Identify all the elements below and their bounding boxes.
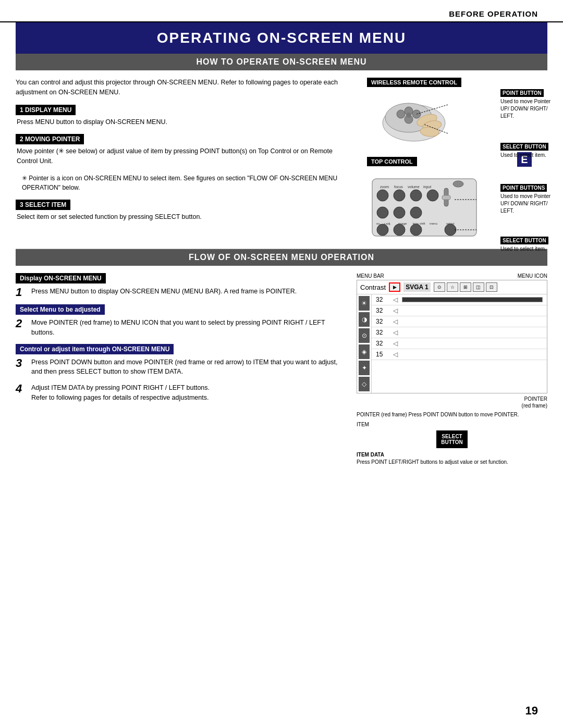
flow-control-text: Press POINT DOWN button and move POINTER…: [31, 357, 340, 377]
menu-item-row-6: 15 ◁: [372, 349, 547, 360]
menu-item-row-1: 32 ◁: [372, 294, 547, 305]
svg-text:volume: volume: [408, 185, 420, 189]
diagram-annotations: POINTER (red frame): [357, 396, 547, 409]
menu-icon-4: ◫: [473, 282, 484, 292]
red-frame-pointer-icon: ▶: [389, 282, 400, 292]
top-control-illustration: zoom focus volume input ou r.adj. i: [367, 168, 497, 241]
svg-point-35: [445, 224, 456, 236]
select-button-desc: Used to select item.: [500, 152, 553, 159]
how-to-right-col: E WIRELESS REMOTE CONTROL: [360, 70, 547, 249]
svg-point-23: [377, 207, 388, 218]
svga-label: SVGA 1: [403, 282, 431, 292]
page-number: 19: [525, 704, 538, 718]
how-to-left-col: You can control and adjust this projecto…: [16, 70, 360, 249]
section2-header: FLOW OF ON-SCREEN MENU OPERATION: [16, 249, 547, 266]
svg-point-33: [394, 224, 405, 236]
wireless-remote-label: WIRELESS REMOTE CONTROL: [367, 78, 461, 87]
step-number-2: 2: [16, 318, 27, 329]
svg-point-32: [377, 224, 388, 236]
value-3: 32: [376, 318, 389, 325]
svg-text:ou: ou: [376, 222, 380, 225]
icon-color: ⊙: [359, 328, 370, 343]
flow-display-step: Display ON-SCREEN MENU 1 Press MENU butt…: [16, 273, 340, 298]
flow-control-header: Control or adjust item through ON-SCREEN…: [16, 344, 174, 354]
flow-select-text: Move POINTER (red frame) to MENU ICON th…: [31, 318, 340, 338]
flow-right-col: MENU BAR MENU ICON Contrast ▶ SVGA 1 ⊙ ☆…: [349, 266, 547, 473]
menu-diagram-wrapper: MENU BAR MENU ICON Contrast ▶ SVGA 1 ⊙ ☆…: [357, 273, 547, 466]
select-item-step: 3 SELECT ITEM Select item or set selecte…: [16, 200, 350, 222]
top-select-button-label: SELECT BUTTON: [500, 237, 548, 244]
pointer-label: POINTER: [357, 396, 547, 402]
top-control-label: TOP CONTROL: [367, 157, 417, 166]
svg-text:zoom: zoom: [380, 185, 389, 189]
pointer-note: ✳ Pointer is a icon on ON-SCREEN MENU to…: [16, 174, 350, 192]
menu-icon-3: ⊞: [460, 282, 471, 292]
flow-select-header: Select Menu to be adjusted: [16, 304, 105, 315]
menu-item-row-3: 32 ◁: [372, 316, 547, 327]
bar-1: [402, 297, 543, 302]
remote-illustration: [367, 89, 466, 152]
contrast-label: Contrast: [360, 283, 386, 291]
svg-point-34: [410, 224, 422, 236]
menu-item-row-4: 32 ◁: [372, 327, 547, 338]
pointer-desc: (red frame): [357, 402, 547, 409]
arrow-3: ◁: [393, 318, 398, 325]
icon-sharpness: ✦: [359, 361, 370, 375]
moving-pointer-step: 2 MOVING POINTER Move pointer (✳ see bel…: [16, 134, 350, 166]
arrow-2: ◁: [393, 307, 398, 314]
svg-point-36: [453, 181, 463, 187]
before-operation-header: BEFORE OPERATION: [0, 0, 563, 22]
on-screen-menu-diagram: Contrast ▶ SVGA 1 ⊙ ☆ ⊞ ◫ ⊡: [357, 280, 547, 393]
arrow-1: ◁: [393, 296, 398, 303]
pointer-label-group: POINTER (red frame): [357, 396, 547, 409]
menu-values-col: 32 ◁ 32 ◁ 32 ◁ 32: [372, 294, 547, 393]
svg-point-17: [377, 190, 388, 201]
select-button-label: SELECT BUTTON: [500, 143, 548, 151]
select-button-box: SELECT BUTTON: [436, 430, 468, 448]
icon-gamma: ◇: [359, 377, 370, 391]
menu-bar-label-row: MENU BAR MENU ICON: [357, 273, 547, 279]
step-number-3: 3: [16, 357, 27, 369]
select-item-text: Select item or set selected function by …: [16, 212, 350, 222]
top-select-button-desc: Used to select item.: [500, 245, 553, 253]
menu-item-row-5: 32 ◁: [372, 338, 547, 349]
flow-display-header: Display ON-SCREEN MENU: [16, 273, 106, 283]
menu-icon-5: ⊡: [486, 282, 497, 292]
arrow-4: ◁: [393, 329, 398, 336]
flow-display-text: Press MENU button to display ON-SCREEN M…: [31, 287, 297, 297]
menu-bar-label: MENU BAR: [357, 273, 384, 279]
menu-bar-row: Contrast ▶ SVGA 1 ⊙ ☆ ⊞ ◫ ⊡: [357, 280, 547, 294]
menu-icons-area: ⊙ ☆ ⊞ ◫ ⊡: [434, 282, 497, 292]
point-button-desc: Used to move Pointer UP/ DOWN/ RIGHT/ LE…: [500, 98, 553, 120]
step-number-1: 1: [16, 287, 27, 298]
flow-control-step: Control or adjust item through ON-SCREEN…: [16, 344, 340, 377]
pointer-note: POINTER (red frame) Press POINT DOWN but…: [357, 411, 547, 418]
svg-text:menu: menu: [430, 222, 437, 225]
point-button-label: POINT BUTTON: [500, 89, 544, 97]
point-buttons-desc: Used to move Pointer UP/ DOWN/ RIGHT/ LE…: [500, 193, 553, 215]
svg-text:focus: focus: [394, 185, 403, 189]
svg-text:input: input: [423, 185, 431, 189]
flow-select-step: Select Menu to be adjusted 2 Move POINTE…: [16, 304, 340, 338]
arrow-6: ◁: [393, 351, 398, 358]
value-4: 32: [376, 329, 389, 336]
section1-header: HOW TO OPERATE ON-SCREEN MENU: [16, 54, 547, 70]
item-label: ITEM: [357, 422, 547, 427]
arrow-5: ◁: [393, 340, 398, 347]
flow-adjust-text: Adjust ITEM DATA by pressing POINT RIGHT…: [31, 383, 210, 403]
menu-icon-1: ⊙: [434, 282, 445, 292]
svg-point-2: [397, 110, 405, 118]
svg-point-20: [427, 190, 438, 201]
moving-pointer-text: Move pointer (✳ see below) or adjust val…: [16, 146, 350, 166]
menu-icon-label: MENU ICON: [518, 273, 547, 279]
display-menu-text: Press MENU button to display ON-SCREEN M…: [16, 117, 350, 127]
menu-body: ☀ ◑ ⊙ ◈ ✦ ◇ 32 ◁: [357, 294, 547, 393]
select-button-line1: SELECT: [440, 434, 463, 439]
select-item-header: 3 SELECT ITEM: [16, 200, 70, 210]
icon-contrast: ◑: [359, 312, 370, 327]
svg-point-24: [394, 207, 405, 218]
svg-point-18: [394, 190, 405, 201]
svg-rect-22: [442, 195, 450, 200]
display-menu-header: 1 DISPLAY MENU: [16, 105, 76, 115]
value-1: 32: [376, 296, 389, 303]
